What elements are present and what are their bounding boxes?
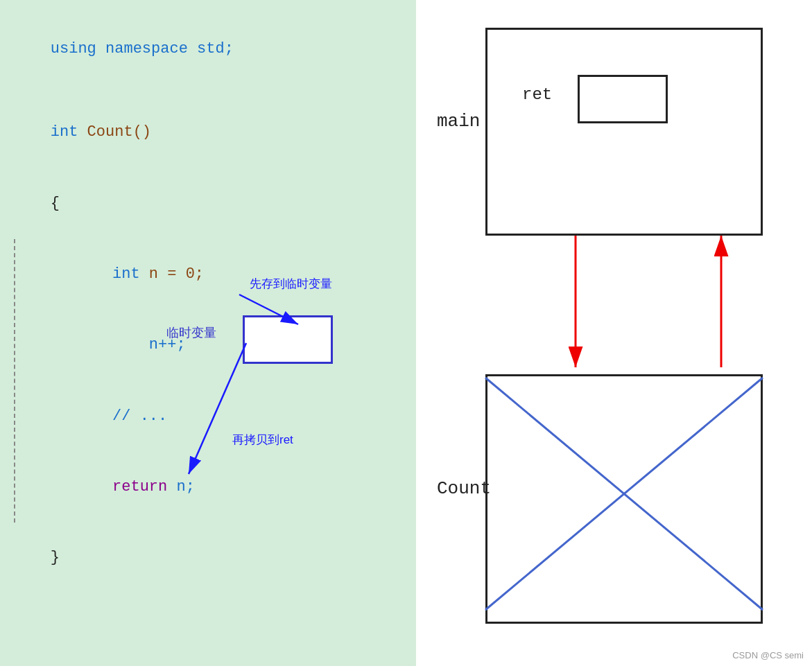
code-brace-close-count: }	[14, 523, 409, 593]
code-npp: n++;	[21, 310, 409, 380]
temp-var-box	[243, 315, 333, 364]
count-diagram-label: Count	[437, 478, 491, 499]
keyword-int-n: int	[76, 265, 139, 283]
count-frame-box: n 生命周期结束销毁	[485, 374, 763, 624]
keyword-int-count: int	[51, 123, 78, 141]
main-diagram-label: main	[437, 111, 480, 132]
watermark: CSDN @CS semi	[732, 650, 804, 660]
comment-text: // ...	[76, 408, 167, 425]
n-assign: n = 0;	[140, 265, 204, 283]
count-body: int n = 0; n++; // ... return n;	[14, 239, 409, 523]
brace-close: }	[51, 549, 60, 566]
code-line-count-def: int Count()	[14, 97, 409, 168]
code-n-init: int n = 0;	[21, 239, 409, 310]
spacer2	[14, 593, 409, 656]
code-panel: using namespace std; int Count() { int n…	[0, 0, 416, 666]
temp-var-label: 临时变量	[166, 324, 216, 341]
main-frame-box: ret	[485, 28, 763, 236]
spacer1	[14, 85, 409, 97]
code-comment: // ...	[21, 380, 409, 451]
func-count: Count()	[78, 123, 151, 141]
keyword-using: using namespace std;	[51, 40, 234, 58]
return-n-val: n;	[167, 478, 195, 496]
keyword-return: return	[76, 478, 167, 496]
diagram-panel: ret main n 生命周期结束销毁 Count	[430, 7, 797, 658]
code-line-1: using namespace std;	[14, 14, 409, 85]
ret-inner-label: ret	[522, 85, 552, 104]
brace-open: {	[51, 195, 60, 212]
code-return-n: return n;	[21, 452, 409, 523]
code-line-main-def: int main()	[14, 656, 409, 666]
ret-inner-box	[578, 75, 668, 123]
code-brace-open: {	[14, 168, 409, 239]
